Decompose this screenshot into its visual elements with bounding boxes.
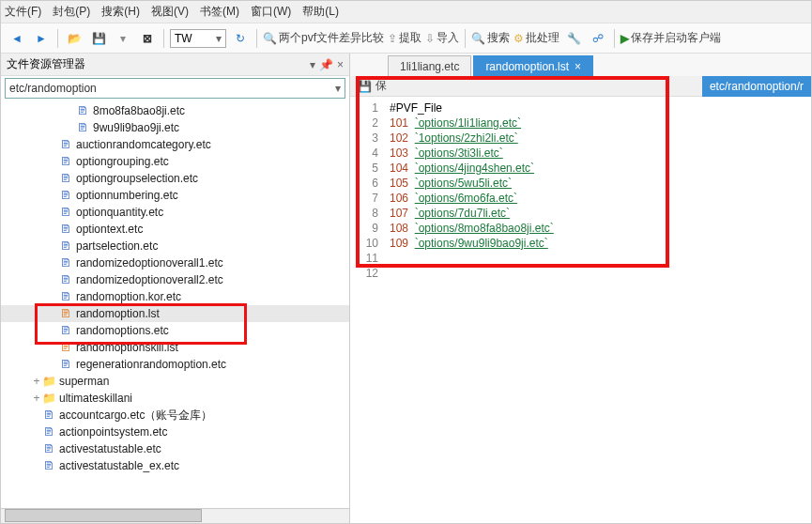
tree-file[interactable]: 🖹randomizedoptionoverall2.etc xyxy=(1,271,349,288)
tab-close-icon[interactable]: × xyxy=(575,60,581,73)
line-number: 9 xyxy=(350,221,378,236)
lst-icon: 🖹 xyxy=(59,307,72,320)
tree-file[interactable]: 🖹randomoption.lst xyxy=(1,305,349,322)
path-input[interactable]: etc/randomoption ▾ xyxy=(5,78,345,99)
code-line: 107 `options/7du7li.etc` xyxy=(390,206,554,221)
tree-file[interactable]: 🖹8mo8fa8bao8ji.etc xyxy=(1,102,349,119)
tree-label: regenerationrandomoption.etc xyxy=(76,358,226,371)
tree-label: randomoptions.etc xyxy=(76,324,169,337)
search-label: 搜索 xyxy=(487,30,510,46)
locale-value: TW xyxy=(175,32,192,45)
menu-view[interactable]: 视图(V) xyxy=(151,4,189,20)
tree-label: randomoption.lst xyxy=(76,307,160,320)
editor-subbar: 💾 保 etc/randomoption/r xyxy=(350,76,811,97)
line-number: 7 xyxy=(350,191,378,206)
pin-icon[interactable]: 📌 xyxy=(319,58,333,71)
tree-file[interactable]: 🖹auctionrandomcategory.etc xyxy=(1,136,349,153)
file-tree[interactable]: 🖹8mo8fa8bao8ji.etc🖹9wu9li9bao9ji.etc🖹auc… xyxy=(1,100,349,508)
tree-file[interactable]: 🖹partselection.etc xyxy=(1,238,349,254)
locale-select[interactable]: TW▾ xyxy=(170,29,226,48)
code-line: 103 `options/3ti3li.etc` xyxy=(390,146,554,161)
open-folder-icon[interactable]: 📂 xyxy=(64,28,84,49)
tree-file[interactable]: 🖹accountcargo.etc（账号金库） xyxy=(1,407,349,424)
tree-file[interactable]: 🖹activestatustable.etc xyxy=(1,440,349,457)
tree-label: 8mo8fa8bao8ji.etc xyxy=(93,104,185,117)
tree-label: activestatustable.etc xyxy=(59,442,161,455)
tree-label: actionpointsystem.etc xyxy=(59,425,167,439)
batch-button[interactable]: ⚙批处理 xyxy=(513,28,559,49)
menu-bookmark[interactable]: 书签(M) xyxy=(200,4,239,20)
tree-file[interactable]: 🖹regenerationrandomoption.etc xyxy=(1,356,349,373)
code-line: 108 `options/8mo8fa8bao8ji.etc` xyxy=(390,221,554,236)
save-launch-label: 保存并启动客户端 xyxy=(631,30,721,46)
menu-file[interactable]: 文件(F) xyxy=(5,4,41,20)
tree-file[interactable]: 🖹optionnumbering.etc xyxy=(1,187,349,204)
tab-inactive[interactable]: 1li1liang.etc xyxy=(388,55,471,76)
close-icon[interactable]: ⊠ xyxy=(137,28,158,49)
extract-button[interactable]: ⇪提取 xyxy=(388,28,421,49)
chevron-down-icon[interactable]: ▾ xyxy=(113,28,133,49)
tree-file[interactable]: 🖹randomoption.kor.etc xyxy=(1,288,349,305)
link-icon[interactable]: ☍ xyxy=(588,28,608,49)
forward-icon[interactable]: ► xyxy=(31,28,52,49)
horizontal-scrollbar[interactable] xyxy=(1,508,349,523)
folder-icon: 📁 xyxy=(42,375,55,388)
code-content: #PVF_File101 `options/1li1liang.etc`102 … xyxy=(382,97,561,285)
diff-button[interactable]: 🔍两个pvf文件差异比较 xyxy=(263,28,384,49)
menubar: 文件(F) 封包(P) 搜索(H) 视图(V) 书签(M) 窗口(W) 帮助(L… xyxy=(1,1,811,23)
tree-file[interactable]: 🖹randomoptionskill.lst xyxy=(1,339,349,356)
menu-pack[interactable]: 封包(P) xyxy=(53,4,90,20)
doc-icon: 🖹 xyxy=(76,104,89,117)
doc-icon: 🖹 xyxy=(59,358,72,371)
separator xyxy=(163,29,164,48)
save-label: 保 xyxy=(375,78,387,94)
file-explorer-panel: 文件资源管理器 ▾ 📌 × etc/randomoption ▾ 🖹8mo8fa… xyxy=(1,54,350,523)
refresh-icon[interactable]: ↻ xyxy=(230,28,251,49)
menu-window[interactable]: 窗口(W) xyxy=(251,4,291,20)
folder-icon: 📁 xyxy=(42,392,55,405)
save-launch-button[interactable]: ▶保存并启动客户端 xyxy=(620,28,721,49)
tree-file[interactable]: 🖹9wu9li9bao9ji.etc xyxy=(1,119,349,136)
doc-icon: 🖹 xyxy=(42,442,55,455)
doc-icon: 🖹 xyxy=(59,223,72,236)
tree-file[interactable]: 🖹randomizedoptionoverall1.etc xyxy=(1,254,349,271)
expand-icon[interactable]: + xyxy=(31,392,42,405)
tree-file[interactable]: 🖹actionpointsystem.etc xyxy=(1,424,349,440)
code-editor[interactable]: 123456789101112 #PVF_File101 `options/1l… xyxy=(350,97,811,523)
tree-folder[interactable]: +📁ultimateskillani xyxy=(1,390,349,407)
import-button[interactable]: ⇩导入 xyxy=(425,28,459,49)
lst-icon: 🖹 xyxy=(59,341,72,354)
tree-file[interactable]: 🖹optiongrouping.etc xyxy=(1,153,349,170)
tree-folder[interactable]: +📁superman xyxy=(1,373,349,390)
close-panel-icon[interactable]: × xyxy=(337,58,344,71)
line-number: 6 xyxy=(350,176,378,191)
main-container: 文件资源管理器 ▾ 📌 × etc/randomoption ▾ 🖹8mo8fa… xyxy=(1,54,811,523)
tree-file[interactable]: 🖹activestatustable_ex.etc xyxy=(1,457,349,474)
doc-icon: 🖹 xyxy=(59,239,72,253)
tree-file[interactable]: 🖹optiontext.etc xyxy=(1,221,349,238)
back-icon[interactable]: ◄ xyxy=(7,28,27,49)
path-chip[interactable]: etc/randomoption/r xyxy=(702,76,811,97)
tree-label: optiontext.etc xyxy=(76,223,143,236)
code-line xyxy=(390,251,554,266)
tab-active[interactable]: randomoption.lst × xyxy=(473,55,593,76)
dropdown-icon[interactable]: ▾ xyxy=(310,58,315,71)
doc-icon: 🖹 xyxy=(59,290,72,303)
tree-label: optionnumbering.etc xyxy=(76,189,178,202)
menu-help[interactable]: 帮助(L) xyxy=(302,4,339,20)
save-icon[interactable]: 💾 xyxy=(358,80,372,93)
save-icon[interactable]: 💾 xyxy=(88,28,109,49)
path-value: etc/randomoption xyxy=(9,82,97,95)
expand-icon[interactable]: + xyxy=(31,375,42,388)
tool-icon[interactable]: 🔧 xyxy=(563,28,584,49)
search-button[interactable]: 🔍搜索 xyxy=(471,28,510,49)
tree-label: activestatustable_ex.etc xyxy=(59,459,179,472)
menu-search[interactable]: 搜索(H) xyxy=(101,4,140,20)
tree-file[interactable]: 🖹randomoptions.etc xyxy=(1,322,349,339)
tree-label: accountcargo.etc（账号金库） xyxy=(59,408,212,424)
tree-file[interactable]: 🖹optionquantity.etc xyxy=(1,204,349,221)
scrollbar-thumb[interactable] xyxy=(5,509,202,522)
separator xyxy=(256,29,257,48)
chevron-down-icon[interactable]: ▾ xyxy=(335,82,341,95)
tree-file[interactable]: 🖹optiongroupselection.etc xyxy=(1,170,349,187)
